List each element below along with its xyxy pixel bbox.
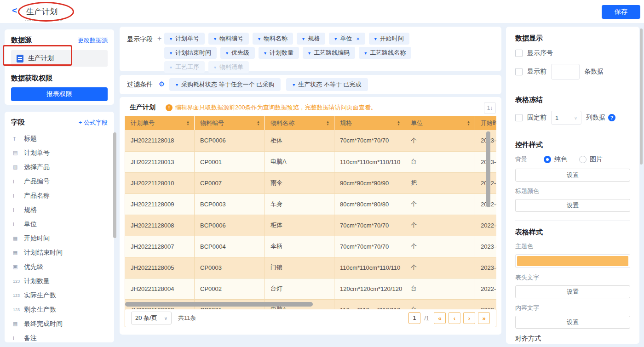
next-page-button[interactable]: › [463,312,475,324]
image-label: 图片 [590,155,603,164]
row-limit-input[interactable] [551,64,580,80]
display-field-chip[interactable]: ▾ 开始时间 [369,33,409,45]
chevron-down-icon[interactable]: ▾ [214,65,216,70]
gear-icon[interactable]: ⚙ [159,80,165,88]
sort-icon[interactable]: ▲▼ [467,120,470,126]
field-item[interactable]: I 产品名称 [11,188,108,203]
panel-scrollbar[interactable] [640,28,643,165]
display-field-chip[interactable]: ▾ 单位 × [329,33,365,45]
field-item[interactable]: T 标题 [11,131,108,146]
content-text-set-button[interactable]: 设置 [515,316,630,329]
add-formula-field-link[interactable]: + 公式字段 [79,119,108,127]
chevron-down-icon[interactable]: ▾ [264,51,266,56]
field-item[interactable]: 123 计划数量 [11,274,108,288]
field-item[interactable]: ▣ 优先级 [11,260,108,274]
fix-columns-checkbox[interactable] [515,114,523,121]
chevron-down-icon[interactable]: ▾ [170,51,172,56]
text-field-icon: I [13,336,24,341]
page-size-select[interactable]: 20 条/页 ∨ [131,312,172,324]
chevron-down-icon[interactable]: ▾ [364,51,367,56]
display-field-chip[interactable]: ▾ 计划单号 [164,33,205,45]
chevron-down-icon[interactable]: ▾ [293,82,295,87]
field-item[interactable]: I 备注 [11,331,108,342]
field-item-label: 实际生产数 [24,291,56,300]
page-input[interactable]: 1 [408,312,420,324]
show-index-checkbox[interactable] [515,50,523,57]
chevron-down-icon[interactable]: ▾ [374,36,377,41]
field-item[interactable]: I 产品编号 [11,174,108,188]
table-vertical-scrollbar[interactable] [486,131,490,207]
column-header[interactable]: 物料编号 ▲▼ [195,116,265,130]
add-display-field-button[interactable]: + [157,34,161,43]
cell-unit: 把 [405,172,475,193]
table-row: JH20221128010 CP0007 雨伞 90cm*90cm*90/90 … [125,172,497,193]
solid-color-radio[interactable] [544,156,551,163]
display-field-chip[interactable]: ▾ 工艺路线编码 [303,47,355,59]
notice: ! 编辑界面只取数据源前200条作为查询数据预览，完整数据请访问页面查看。 [166,103,377,112]
column-header[interactable]: 规格 ▲▼ [334,116,405,130]
theme-color-swatch[interactable] [515,254,630,268]
chevron-down-icon[interactable]: ▾ [214,36,216,41]
sort-icon[interactable]: ▲▼ [326,120,329,126]
title-color-set-button[interactable]: 设置 [515,199,630,212]
divider [515,133,630,133]
page-title[interactable]: 生产计划 [26,6,58,17]
text-field-icon: I [13,222,24,227]
column-header[interactable]: 开始时间 ▲▼ [475,116,497,130]
background-set-button[interactable]: 设置 [515,169,630,182]
datasource-item[interactable]: 生产计划 [11,50,108,67]
chevron-down-icon[interactable]: ▾ [334,36,337,41]
field-item[interactable]: ▤ 计划单号 [11,146,108,160]
report-permission-button[interactable]: 报表权限 [11,87,108,101]
back-icon[interactable]: < [12,6,17,16]
save-button[interactable]: 保存 [602,5,640,19]
sort-icon[interactable]: ▲▼ [257,120,260,126]
chevron-down-icon[interactable]: ▾ [170,65,172,70]
first-page-button[interactable]: « [434,312,446,324]
change-datasource-link[interactable]: 更改数据源 [78,36,108,45]
display-field-chip[interactable]: ▾ 物料名称 [253,33,293,45]
column-header[interactable]: 物料名称 ▲▼ [265,116,334,130]
display-fields-label: 显示字段 [127,35,153,44]
chevron-down-icon[interactable]: ▾ [226,51,228,56]
chevron-down-icon[interactable]: ▾ [308,51,310,56]
display-field-chip[interactable]: ▾ 规格 [297,33,325,45]
field-item[interactable]: ▦ 最终完成时间 [11,317,108,331]
chevron-down-icon[interactable]: ▾ [302,36,305,41]
horizontal-scrollbar[interactable] [125,302,313,307]
chevron-down-icon[interactable]: ▾ [176,82,178,87]
sort-icon[interactable]: ▲▼ [397,120,400,126]
sort-order-button[interactable]: 1↓ [484,102,496,114]
chevron-down-icon[interactable]: ▾ [258,36,260,41]
image-radio[interactable] [579,156,586,163]
display-field-chip[interactable]: ▾ 工艺工序 [164,61,205,73]
filter-chip[interactable]: ▾ 采购耗材状态 等于任意一个 已采购 [169,78,281,91]
field-item[interactable]: ▦ 计划结束时间 [11,245,108,260]
display-field-chip[interactable]: ▾ 物料清单 [208,61,249,73]
field-item[interactable]: ▦ 开始时间 [11,231,108,245]
display-field-chip[interactable]: ▾ 物料编号 [208,33,249,45]
fields-scrollbar[interactable] [113,132,116,238]
display-field-chip[interactable]: ▾ 优先级 [220,47,255,59]
display-field-chip[interactable]: ▾ 工艺路线名称 [359,47,411,59]
sort-icon[interactable]: ▲▼ [186,120,190,126]
permission-title: 数据获取权限 [11,74,108,83]
field-item[interactable]: 123 实际生产数 [11,288,108,302]
show-first-checkbox[interactable] [515,68,523,75]
help-icon[interactable]: ? [608,114,615,121]
chevron-down-icon[interactable]: ▾ [170,36,172,41]
field-item[interactable]: ▥ 选择产品 [11,160,108,174]
last-page-button[interactable]: » [478,312,490,324]
field-item[interactable]: 123 剩余生产数 [11,302,108,317]
fix-columns-select[interactable]: 1 ∨ [551,111,581,125]
filter-chip[interactable]: ▾ 生产状态 不等于 已完成 [286,78,368,91]
column-header[interactable]: 计划单号 ▲▼ [125,116,195,130]
field-item[interactable]: I 规格 [11,203,108,217]
display-field-chip[interactable]: ▾ 计划结束时间 [164,47,217,59]
prev-page-button[interactable]: ‹ [448,312,460,324]
close-icon[interactable]: × [356,35,360,42]
field-item[interactable]: I 单位 [11,217,108,231]
display-field-chip[interactable]: ▾ 计划数量 [259,47,299,59]
column-header[interactable]: 单位 ▲▼ [405,116,475,130]
header-text-set-button[interactable]: 设置 [515,285,630,298]
